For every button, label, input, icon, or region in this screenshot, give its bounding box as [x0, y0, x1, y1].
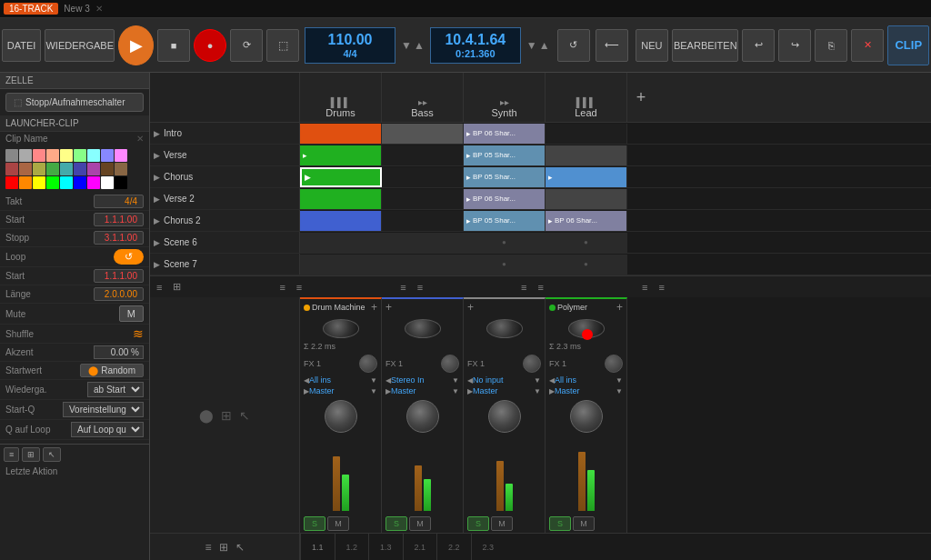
- polymer-input-dropdown[interactable]: ▼: [616, 376, 623, 385]
- random-button[interactable]: ⬤ Random: [80, 364, 144, 377]
- drums-big-knob[interactable]: [323, 319, 359, 338]
- copy-button[interactable]: ⎘: [815, 29, 847, 62]
- color-swatch[interactable]: [46, 163, 59, 175]
- color-swatch[interactable]: [19, 176, 32, 189]
- noinput-m-btn[interactable]: M: [491, 516, 513, 531]
- bass-fader-bar-l[interactable]: [415, 465, 422, 511]
- polymer-fader-bar-r[interactable]: [587, 470, 595, 511]
- position-up-icon[interactable]: ▲: [539, 39, 550, 52]
- toolbar-drums2-icon[interactable]: ≡: [294, 281, 305, 294]
- bass-output-dropdown[interactable]: ▼: [452, 387, 459, 395]
- clip-chorus2-lead[interactable]: ▸ BP 06 Shar...: [546, 211, 627, 231]
- scene-play-chorus2[interactable]: ▶: [154, 216, 160, 225]
- color-swatch[interactable]: [5, 149, 18, 162]
- toolbar-synth-icon[interactable]: ≡: [518, 281, 529, 294]
- color-swatch[interactable]: [87, 149, 100, 162]
- bass-fader-knob[interactable]: [406, 400, 439, 433]
- drums-fader-bar-l[interactable]: [333, 456, 340, 511]
- color-swatch[interactable]: [101, 163, 114, 175]
- noinput-big-knob[interactable]: [486, 319, 523, 338]
- polymer-output-dropdown[interactable]: ▼: [616, 387, 623, 395]
- clip-verse2-lead[interactable]: [546, 189, 627, 209]
- color-swatch[interactable]: [60, 176, 73, 189]
- datei-button[interactable]: DATEI: [2, 29, 41, 62]
- toolbar-grid-icon[interactable]: ⊞: [170, 280, 184, 294]
- scene-play-chorus[interactable]: ▶: [154, 173, 160, 182]
- clip-verse2-synth[interactable]: ▸ BP 06 Shar...: [464, 189, 546, 209]
- clip-7-synth[interactable]: ●: [464, 255, 546, 275]
- stop-button[interactable]: ■: [157, 29, 190, 62]
- toolbar-lead2-icon[interactable]: ≡: [656, 281, 666, 294]
- color-swatch[interactable]: [74, 149, 86, 162]
- color-swatch[interactable]: [101, 176, 114, 189]
- noinput-input-dropdown[interactable]: ▼: [534, 376, 541, 385]
- color-swatch[interactable]: [19, 163, 32, 175]
- toolbar-bass-icon[interactable]: ≡: [397, 281, 408, 294]
- polymer-m-btn[interactable]: M: [573, 516, 595, 531]
- color-swatch[interactable]: [60, 149, 73, 162]
- toolbar-synth2-icon[interactable]: ≡: [536, 281, 546, 294]
- color-swatch[interactable]: [87, 176, 100, 189]
- wiedergabe-button[interactable]: WIEDERGABE: [45, 29, 115, 62]
- drums-input-dropdown[interactable]: ▼: [370, 376, 377, 385]
- clip-verse2-bass[interactable]: [382, 189, 464, 209]
- clip-7-drums[interactable]: [300, 255, 382, 275]
- clip-intro-synth[interactable]: ▸ BP 06 Shar...: [464, 124, 546, 144]
- clip-chorus-synth[interactable]: ▸ BP 05 Shar...: [464, 167, 546, 187]
- noinput-output-dropdown[interactable]: ▼: [534, 387, 541, 395]
- close-button[interactable]: ✕: [851, 29, 884, 62]
- clip-chorus-bass[interactable]: [382, 167, 464, 187]
- clip-intro-lead[interactable]: [546, 124, 627, 144]
- clip-verse-drums[interactable]: ▸: [300, 145, 382, 165]
- timeline-grid-icon[interactable]: ⊞: [219, 541, 228, 554]
- bass-input-dropdown[interactable]: ▼: [452, 376, 459, 385]
- clip-6-lead[interactable]: ●: [546, 233, 627, 253]
- mixer-grid-icon[interactable]: ⊞: [221, 408, 232, 423]
- noinput-s-btn[interactable]: S: [467, 516, 489, 531]
- clip-6-synth[interactable]: ●: [464, 233, 546, 253]
- noinput-fx-knob[interactable]: [523, 355, 541, 373]
- color-swatch[interactable]: [74, 163, 86, 175]
- drums-fader-knob[interactable]: [325, 400, 357, 433]
- tempo-down-icon[interactable]: ▼: [401, 39, 412, 52]
- mute-button[interactable]: M: [119, 305, 144, 322]
- scene-play-intro[interactable]: ▶: [154, 129, 160, 138]
- scene-play-7[interactable]: ▶: [154, 260, 160, 269]
- undo-button[interactable]: ↩: [742, 29, 775, 62]
- color-swatch[interactable]: [74, 176, 86, 189]
- clip-chorus-drums[interactable]: ▶: [300, 167, 382, 187]
- add-track-button[interactable]: +: [627, 73, 655, 122]
- color-swatch[interactable]: [5, 176, 18, 189]
- tab-grid[interactable]: ⊞: [22, 447, 40, 462]
- color-swatch[interactable]: [115, 176, 127, 189]
- color-swatch[interactable]: [19, 149, 32, 162]
- noinput-add-btn[interactable]: +: [467, 301, 474, 314]
- clip-7-bass[interactable]: [382, 255, 464, 275]
- polymer-big-knob[interactable]: [568, 319, 605, 338]
- tab-cursor[interactable]: ↖: [43, 447, 61, 462]
- color-swatch[interactable]: [46, 149, 59, 162]
- tempo-up-icon[interactable]: ▲: [414, 39, 425, 52]
- clip-verse-bass[interactable]: [382, 145, 464, 165]
- clip-7-lead[interactable]: ●: [546, 255, 627, 275]
- neu-button[interactable]: NEU: [636, 29, 668, 62]
- shuffle-icon[interactable]: ≋: [133, 326, 144, 341]
- midi-button[interactable]: ⬚: [266, 29, 299, 62]
- color-swatch[interactable]: [33, 176, 45, 189]
- toolbar-list-icon[interactable]: ≡: [154, 281, 165, 294]
- bass-fx-knob[interactable]: [441, 355, 459, 373]
- noinput-fader-knob[interactable]: [488, 400, 521, 433]
- mixer-cursor-icon[interactable]: ↖: [239, 408, 250, 423]
- polymer-fx-knob[interactable]: [605, 355, 623, 373]
- bearbeiten-button[interactable]: BEARBEITEN: [672, 29, 738, 62]
- scene-play-6[interactable]: ▶: [154, 238, 160, 247]
- toolbar-lead-icon[interactable]: ≡: [639, 281, 650, 294]
- drums-fader-bar-r[interactable]: [342, 475, 349, 511]
- clip-chorus2-synth[interactable]: ▸ BP 05 Shar...: [464, 211, 546, 231]
- drums-fx-knob[interactable]: [359, 355, 377, 373]
- q-auf-loop-select[interactable]: Auf Loop quan...: [71, 422, 144, 437]
- color-swatch[interactable]: [60, 163, 73, 175]
- noinput-fader-bar-l[interactable]: [496, 461, 504, 511]
- clip-chorus-lead[interactable]: ▸: [546, 167, 627, 187]
- clip-6-bass[interactable]: [382, 233, 464, 253]
